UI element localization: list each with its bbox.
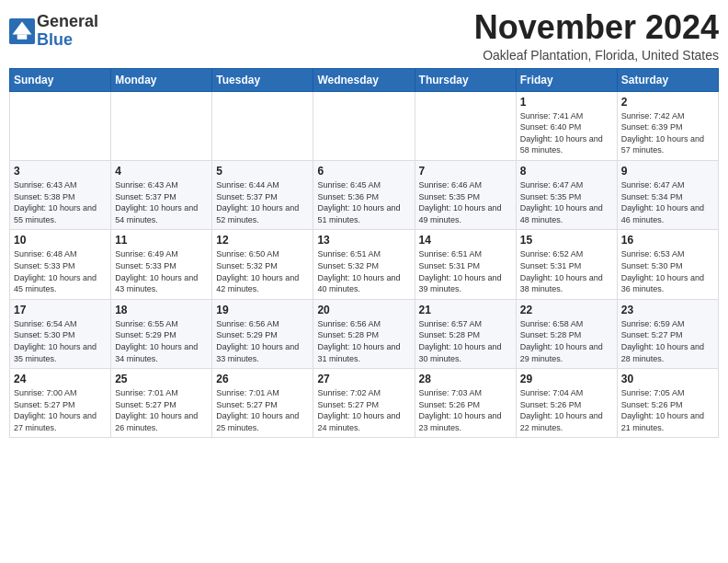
calendar-week-row: 10Sunrise: 6:48 AM Sunset: 5:33 PM Dayli… — [10, 230, 719, 299]
day-info: Sunrise: 6:51 AM Sunset: 5:31 PM Dayligh… — [419, 248, 512, 294]
calendar-cell — [415, 91, 516, 160]
logo: General Blue — [9, 9, 98, 50]
day-number: 14 — [419, 234, 512, 247]
day-info: Sunrise: 7:03 AM Sunset: 5:26 PM Dayligh… — [419, 387, 512, 433]
day-number: 19 — [216, 304, 309, 316]
logo-general: General — [37, 12, 98, 30]
day-number: 28 — [419, 373, 512, 385]
calendar-cell: 29Sunrise: 7:04 AM Sunset: 5:26 PM Dayli… — [516, 369, 617, 438]
day-info: Sunrise: 6:57 AM Sunset: 5:28 PM Dayligh… — [419, 318, 512, 364]
day-info: Sunrise: 6:44 AM Sunset: 5:37 PM Dayligh… — [216, 179, 309, 225]
day-info: Sunrise: 6:49 AM Sunset: 5:33 PM Dayligh… — [115, 248, 208, 294]
day-number: 27 — [317, 373, 410, 385]
day-number: 3 — [14, 165, 107, 178]
day-info: Sunrise: 6:58 AM Sunset: 5:28 PM Dayligh… — [520, 318, 613, 364]
calendar-cell: 18Sunrise: 6:55 AM Sunset: 5:29 PM Dayli… — [111, 299, 212, 368]
calendar-cell — [313, 91, 415, 160]
calendar-cell: 30Sunrise: 7:05 AM Sunset: 5:26 PM Dayli… — [617, 369, 718, 438]
day-number: 24 — [14, 373, 107, 385]
location-title: Oakleaf Plantation, Florida, United Stat… — [474, 48, 719, 63]
day-number: 20 — [317, 304, 410, 316]
calendar-cell: 6Sunrise: 6:45 AM Sunset: 5:36 PM Daylig… — [313, 160, 415, 229]
calendar-table: SundayMondayTuesdayWednesdayThursdayFrid… — [9, 68, 719, 439]
day-info: Sunrise: 6:54 AM Sunset: 5:30 PM Dayligh… — [14, 318, 107, 364]
calendar-cell: 4Sunrise: 6:43 AM Sunset: 5:37 PM Daylig… — [111, 160, 212, 229]
day-number: 26 — [216, 373, 309, 385]
calendar-cell: 21Sunrise: 6:57 AM Sunset: 5:28 PM Dayli… — [415, 299, 516, 368]
day-number: 16 — [621, 234, 714, 247]
day-info: Sunrise: 7:42 AM Sunset: 6:39 PM Dayligh… — [621, 110, 714, 156]
day-info: Sunrise: 7:00 AM Sunset: 5:27 PM Dayligh… — [14, 387, 107, 433]
day-number: 17 — [14, 304, 107, 316]
day-info: Sunrise: 7:02 AM Sunset: 5:27 PM Dayligh… — [317, 387, 410, 433]
day-number: 11 — [115, 234, 208, 247]
calendar-cell: 17Sunrise: 6:54 AM Sunset: 5:30 PM Dayli… — [10, 299, 111, 368]
calendar-cell: 12Sunrise: 6:50 AM Sunset: 5:32 PM Dayli… — [212, 230, 313, 299]
logo-blue: Blue — [37, 30, 73, 49]
day-info: Sunrise: 6:43 AM Sunset: 5:37 PM Dayligh… — [115, 179, 208, 225]
calendar-week-row: 17Sunrise: 6:54 AM Sunset: 5:30 PM Dayli… — [10, 299, 719, 368]
day-info: Sunrise: 7:01 AM Sunset: 5:27 PM Dayligh… — [216, 387, 309, 433]
day-number: 21 — [419, 304, 512, 316]
day-info: Sunrise: 6:59 AM Sunset: 5:27 PM Dayligh… — [621, 318, 714, 364]
day-number: 29 — [520, 373, 613, 385]
day-number: 5 — [216, 165, 309, 178]
day-info: Sunrise: 6:47 AM Sunset: 5:35 PM Dayligh… — [520, 179, 613, 225]
calendar-cell: 10Sunrise: 6:48 AM Sunset: 5:33 PM Dayli… — [10, 230, 111, 299]
day-number: 18 — [115, 304, 208, 316]
day-info: Sunrise: 7:41 AM Sunset: 6:40 PM Dayligh… — [520, 110, 613, 156]
day-number: 10 — [14, 234, 107, 247]
calendar-week-row: 1Sunrise: 7:41 AM Sunset: 6:40 PM Daylig… — [10, 91, 719, 160]
calendar-cell: 28Sunrise: 7:03 AM Sunset: 5:26 PM Dayli… — [415, 369, 516, 438]
day-number: 8 — [520, 165, 613, 178]
day-number: 25 — [115, 373, 208, 385]
calendar-cell: 3Sunrise: 6:43 AM Sunset: 5:38 PM Daylig… — [10, 160, 111, 229]
day-info: Sunrise: 6:51 AM Sunset: 5:32 PM Dayligh… — [317, 248, 410, 294]
calendar-cell: 14Sunrise: 6:51 AM Sunset: 5:31 PM Dayli… — [415, 230, 516, 299]
calendar-cell: 23Sunrise: 6:59 AM Sunset: 5:27 PM Dayli… — [617, 299, 718, 368]
calendar-title-area: November 2024 Oakleaf Plantation, Florid… — [474, 9, 719, 63]
logo-text: General Blue — [37, 13, 98, 50]
day-info: Sunrise: 7:05 AM Sunset: 5:26 PM Dayligh… — [621, 387, 714, 433]
calendar-cell: 24Sunrise: 7:00 AM Sunset: 5:27 PM Dayli… — [10, 369, 111, 438]
day-number: 7 — [419, 165, 512, 178]
calendar-cell: 8Sunrise: 6:47 AM Sunset: 5:35 PM Daylig… — [516, 160, 617, 229]
month-title: November 2024 — [474, 9, 719, 46]
calendar-week-row: 24Sunrise: 7:00 AM Sunset: 5:27 PM Dayli… — [10, 369, 719, 438]
generalblue-logo-icon — [9, 18, 35, 44]
weekday-header-monday: Monday — [111, 68, 212, 91]
day-info: Sunrise: 6:52 AM Sunset: 5:31 PM Dayligh… — [520, 248, 613, 294]
calendar-cell — [10, 91, 111, 160]
weekday-header-row: SundayMondayTuesdayWednesdayThursdayFrid… — [10, 68, 719, 91]
calendar-cell — [111, 91, 212, 160]
day-number: 9 — [621, 165, 714, 178]
day-number: 12 — [216, 234, 309, 247]
day-info: Sunrise: 6:56 AM Sunset: 5:28 PM Dayligh… — [317, 318, 410, 364]
day-info: Sunrise: 6:46 AM Sunset: 5:35 PM Dayligh… — [419, 179, 512, 225]
calendar-cell: 27Sunrise: 7:02 AM Sunset: 5:27 PM Dayli… — [313, 369, 415, 438]
calendar-cell: 15Sunrise: 6:52 AM Sunset: 5:31 PM Dayli… — [516, 230, 617, 299]
calendar-cell: 25Sunrise: 7:01 AM Sunset: 5:27 PM Dayli… — [111, 369, 212, 438]
calendar-cell: 7Sunrise: 6:46 AM Sunset: 5:35 PM Daylig… — [415, 160, 516, 229]
weekday-header-wednesday: Wednesday — [313, 68, 415, 91]
day-number: 2 — [621, 96, 714, 109]
calendar-cell: 13Sunrise: 6:51 AM Sunset: 5:32 PM Dayli… — [313, 230, 415, 299]
weekday-header-sunday: Sunday — [10, 68, 111, 91]
day-number: 30 — [621, 373, 714, 385]
day-number: 22 — [520, 304, 613, 316]
day-number: 13 — [317, 234, 410, 247]
weekday-header-thursday: Thursday — [415, 68, 516, 91]
calendar-cell: 22Sunrise: 6:58 AM Sunset: 5:28 PM Dayli… — [516, 299, 617, 368]
day-number: 4 — [115, 165, 208, 178]
calendar-cell: 5Sunrise: 6:44 AM Sunset: 5:37 PM Daylig… — [212, 160, 313, 229]
day-number: 23 — [621, 304, 714, 316]
calendar-cell: 9Sunrise: 6:47 AM Sunset: 5:34 PM Daylig… — [617, 160, 718, 229]
day-info: Sunrise: 6:55 AM Sunset: 5:29 PM Dayligh… — [115, 318, 208, 364]
calendar-cell: 16Sunrise: 6:53 AM Sunset: 5:30 PM Dayli… — [617, 230, 718, 299]
day-info: Sunrise: 7:01 AM Sunset: 5:27 PM Dayligh… — [115, 387, 208, 433]
day-info: Sunrise: 6:50 AM Sunset: 5:32 PM Dayligh… — [216, 248, 309, 294]
weekday-header-tuesday: Tuesday — [212, 68, 313, 91]
calendar-cell: 1Sunrise: 7:41 AM Sunset: 6:40 PM Daylig… — [516, 91, 617, 160]
calendar-cell: 26Sunrise: 7:01 AM Sunset: 5:27 PM Dayli… — [212, 369, 313, 438]
day-info: Sunrise: 7:04 AM Sunset: 5:26 PM Dayligh… — [520, 387, 613, 433]
